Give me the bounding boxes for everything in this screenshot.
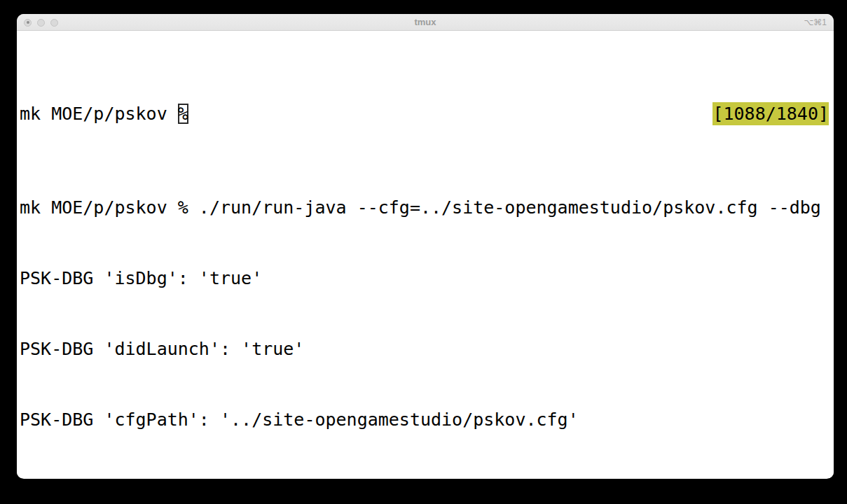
terminal-line: PSK-DBG 'didLaunch': 'true' [20,337,834,361]
terminal-cursor: % [178,104,188,124]
terminal-content[interactable]: mk MOE/p/pskov %[1088/1840] mk MOE/p/psk… [17,31,834,478]
window-title: tmux [17,14,834,31]
terminal-line: PSK-DBG 'cfgPath': '../site-opengamestud… [20,408,834,432]
terminal-line: PSK-DBG 'cfgLines': '(11)[input = ru/new… [20,478,834,479]
copy-mode-scroll-indicator: [1088/1840] [712,102,829,126]
terminal-line: mk MOE/p/pskov % ./run/run-java --cfg=..… [20,196,834,220]
terminal-window: tmux ⌥⌘1 mk MOE/p/pskov %[1088/1840] mk … [17,14,834,479]
window-titlebar[interactable]: tmux ⌥⌘1 [17,14,834,31]
prompt-text: mk MOE/p/pskov [20,104,178,124]
terminal-line: PSK-DBG 'isDbg': 'true' [20,267,834,290]
window-shortcut-badge: ⌥⌘1 [804,14,827,31]
terminal-prompt-line: mk MOE/p/pskov %[1088/1840] [20,102,834,126]
